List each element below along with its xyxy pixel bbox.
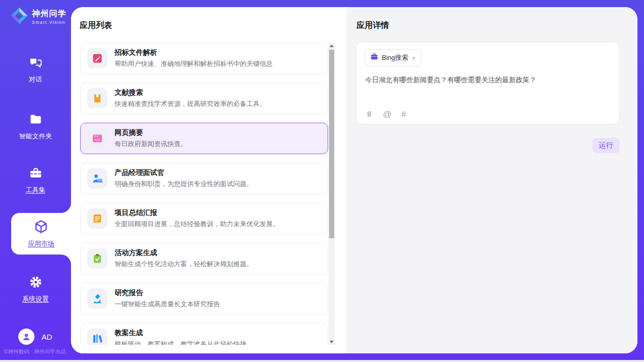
copyright-text: ©神州数码 · 神州问学出品 <box>4 348 66 355</box>
user-name: AD <box>42 333 52 341</box>
sidebar-item-label: 系统设置 <box>22 295 49 304</box>
app-name: 网页摘要 <box>115 128 187 137</box>
tab-curve-bottom <box>61 255 71 265</box>
app-card-event-plan[interactable]: 活动方案生成 智能生成个性化活动方案，轻松解决规划难题。 <box>80 243 328 274</box>
app-list-panel: 应用列表 招标文件解析 帮助用户快速、准确地理解和解析招标书中的关键信息 <box>71 7 346 353</box>
scrollbar-up-button[interactable] <box>329 43 335 49</box>
main-content: 应用列表 招标文件解析 帮助用户快速、准确地理解和解析招标书中的关键信息 <box>71 7 637 353</box>
edit-document-icon <box>87 48 108 68</box>
folder-icon <box>29 113 43 128</box>
app-name: 招标文件解析 <box>115 48 273 57</box>
prompt-card: Bing搜索 × 今日湖北有哪些新闻要点？有哪些需要关注的最新政策？ @ # <box>356 42 620 125</box>
sidebar-item-settings[interactable]: 系统设置 <box>0 275 71 304</box>
app-name: 文献搜索 <box>115 88 266 97</box>
app-card-project-summary[interactable]: 项目总结汇报 全面回顾项目进展，总结经验教训，助力未来优化发展。 <box>80 203 328 234</box>
tab-curve-top <box>61 203 71 213</box>
books-icon <box>87 329 108 345</box>
book-icon <box>87 88 108 108</box>
prompt-input[interactable]: 今日湖北有哪些新闻要点？有哪些需要关注的最新政策？ <box>365 76 611 85</box>
topic-hash-icon[interactable]: # <box>401 110 406 119</box>
memo-icon <box>87 208 108 229</box>
app-list-title: 应用列表 <box>80 20 112 31</box>
gem-logo-icon <box>10 7 28 27</box>
sidebar: 神州问学 Smart Vision 对话 智能文件夹 <box>0 0 71 360</box>
gear-icon <box>29 275 43 291</box>
sidebar-item-label: 应用市场 <box>28 239 54 248</box>
app-name: 活动方案生成 <box>115 248 253 258</box>
sidebar-item-app-market[interactable]: 应用市场 <box>11 213 71 255</box>
brand-subtitle: Smart Vision <box>32 20 66 25</box>
app-name: 教案生成 <box>115 329 246 338</box>
scrollbar-thumb[interactable] <box>329 50 334 238</box>
brand-name: 神州问学 <box>32 9 66 19</box>
app-name: 项目总结汇报 <box>115 208 279 218</box>
briefcase-icon <box>370 53 378 63</box>
app-card-tender-analysis[interactable]: 招标文件解析 帮助用户快速、准确地理解和解析招标书中的关键信息 <box>80 43 328 74</box>
app-description: 一键智能生成高质量长文本研究报告 <box>115 300 220 309</box>
tool-tag-close-icon[interactable]: × <box>412 55 416 61</box>
app-name: 研究报告 <box>115 288 220 298</box>
brand-logo: 神州问学 Smart Vision <box>10 7 66 27</box>
sidebar-item-smart-folders[interactable]: 智能文件夹 <box>0 113 71 141</box>
sidebar-item-toolkit[interactable]: 工具集 <box>0 166 71 195</box>
app-name: 产品经理面试官 <box>115 168 253 177</box>
app-detail-panel: 应用详情 Bing搜索 × 今日湖北有哪些新闻要点？有哪些需要关注的最新政策？ <box>346 7 637 353</box>
app-card-pm-interviewer[interactable]: 产品经理面试官 明确身份和职责，为您提供专业性的面试问题。 <box>80 163 328 194</box>
scrollbar-down-button[interactable] <box>329 339 335 345</box>
clipboard-check-icon <box>87 248 108 269</box>
cube-icon <box>33 219 49 236</box>
mention-at-icon[interactable]: @ <box>383 110 391 119</box>
app-description: 全面回顾项目进展，总结经验教训，助力未来优化发展。 <box>115 220 279 229</box>
microscope-icon <box>87 288 108 309</box>
run-button[interactable]: 运行 <box>592 138 620 153</box>
app-list-scrollbar[interactable] <box>329 43 335 345</box>
svg-text:</>: </> <box>94 138 100 142</box>
app-card-web-summary[interactable]: </> 网页摘要 每日政府新闻资讯快查。 <box>80 123 328 154</box>
app-description: 智能生成个性化活动方案，轻松解决规划难题。 <box>115 260 253 269</box>
sidebar-item-label: 智能文件夹 <box>19 132 52 141</box>
app-card-literature-search[interactable]: 文献搜索 快速精准查找学术资源，提高研究效率的必备工具。 <box>80 83 328 114</box>
browser-code-icon: </> <box>87 128 108 149</box>
sidebar-item-label: 对话 <box>29 75 42 84</box>
app-card-research-report[interactable]: 研究报告 一键智能生成高质量长文本研究报告 <box>80 283 328 314</box>
app-detail-title: 应用详情 <box>356 20 389 31</box>
app-card-lesson-plan[interactable]: 教案生成 模板驱动，教案秒成，教学准备从此轻松快捷 <box>80 323 328 345</box>
user-avatar-icon <box>18 329 34 345</box>
app-card-list: 招标文件解析 帮助用户快速、准确地理解和解析招标书中的关键信息 文献搜索 快速精… <box>80 43 328 345</box>
sidebar-item-label: 工具集 <box>26 186 46 195</box>
attach-paperclip-icon[interactable] <box>365 110 373 119</box>
tool-tag-label: Bing搜索 <box>382 53 408 62</box>
user-account[interactable]: AD <box>18 329 52 345</box>
app-description: 明确身份和职责，为您提供专业性的面试问题。 <box>115 179 253 189</box>
toolbox-icon <box>29 166 43 182</box>
sidebar-item-chat[interactable]: 对话 <box>0 56 71 84</box>
app-description: 帮助用户快速、准确地理解和解析招标书中的关键信息 <box>115 59 273 68</box>
interviewer-icon <box>87 168 108 189</box>
tool-tag-bing-search[interactable]: Bing搜索 × <box>365 49 421 66</box>
chat-icon <box>29 56 43 71</box>
app-description: 模板驱动，教案秒成，教学准备从此轻松快捷 <box>115 340 246 345</box>
app-description: 每日政府新闻资讯快查。 <box>115 139 187 149</box>
app-description: 快速精准查找学术资源，提高研究效率的必备工具。 <box>115 99 266 108</box>
